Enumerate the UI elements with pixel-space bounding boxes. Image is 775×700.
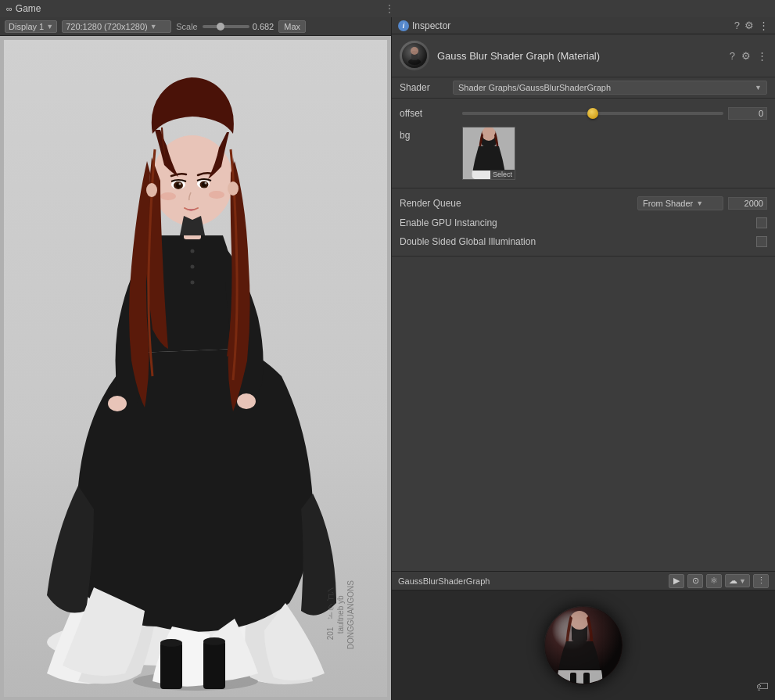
svg-point-22 [209, 191, 224, 199]
gpu-instancing-checkbox[interactable] [756, 217, 767, 228]
svg-point-6 [108, 396, 127, 411]
watermark: 201 ドラゴン taultneb yb DONGGUANGONS [325, 580, 356, 649]
scale-slider-thumb[interactable] [217, 23, 224, 31]
render-queue-dropdown[interactable]: From Shader ▼ [637, 196, 723, 210]
character-scene: 201 ドラゴン taultneb yb DONGGUANGONS [4, 40, 387, 697]
inspector-info-icon: i [398, 20, 409, 31]
offset-slider-fill [462, 112, 587, 115]
render-queue-label: Render Queue [400, 198, 637, 209]
shader-dropdown[interactable]: Shader Graphs/GaussBlurShaderGraph ▼ [453, 81, 767, 95]
render-settings: Render Queue From Shader ▼ 2000 Enable G… [392, 188, 775, 257]
render-queue-mode: From Shader [643, 199, 693, 208]
panel-dots-icon[interactable]: ⋮ [384, 2, 395, 15]
game-icon: ∞ [6, 4, 13, 13]
material-help-button[interactable]: ? [730, 50, 735, 62]
display-chevron-icon: ▼ [46, 23, 53, 31]
inspector-spacer [392, 257, 775, 571]
preview-sphere-svg [544, 606, 623, 684]
shader-graph-dropdown-chevron-icon: ▼ [739, 577, 746, 585]
display-label: Display 1 [9, 22, 44, 31]
resolution-dropdown[interactable]: 720:1280 (720x1280) ▼ [62, 20, 171, 33]
preview-sphere-inner [544, 606, 623, 684]
game-viewport: 201 ドラゴン taultneb yb DONGGUANGONS [0, 36, 391, 700]
texture-preview[interactable]: Select [462, 127, 515, 180]
offset-slider[interactable] [462, 112, 723, 115]
inspector-panel: i Inspector ? ⚙ ⋮ [391, 17, 775, 700]
shader-graph-play-button[interactable]: ▶ [669, 574, 684, 588]
shader-graph-controls: ▶ ⊙ ⚛ ☁ ▼ ⋮ [669, 574, 769, 588]
svg-point-36 [570, 611, 589, 630]
main-layout: Display 1 ▼ 720:1280 (720x1280) ▼ Scale … [0, 17, 775, 700]
offset-row: offset 0 [392, 103, 775, 124]
watermark-line2: taultneb yb [335, 580, 346, 649]
material-gear-button[interactable]: ⚙ [741, 50, 751, 62]
game-toolbar: Display 1 ▼ 720:1280 (720x1280) ▼ Scale … [0, 17, 391, 36]
shader-row: Shader Shader Graphs/GaussBlurShaderGrap… [392, 77, 775, 99]
inspector-controls: ? ⚙ ⋮ [734, 20, 769, 31]
scale-label: Scale [176, 22, 198, 31]
game-panel: Display 1 ▼ 720:1280 (720x1280) ▼ Scale … [0, 17, 391, 700]
double-sided-row: Double Sided Global Illumination [392, 232, 775, 251]
resolution-label: 720:1280 (720x1280) [66, 22, 148, 31]
material-header-icons: ? ⚙ ⋮ [730, 50, 767, 62]
resolution-chevron-icon: ▼ [150, 23, 157, 31]
scale-slider-track[interactable] [203, 25, 249, 28]
material-icon [400, 41, 429, 70]
svg-point-29 [411, 47, 418, 55]
svg-point-19 [191, 264, 195, 268]
svg-rect-38 [583, 673, 590, 684]
offset-slider-knob[interactable] [587, 108, 598, 119]
svg-point-17 [205, 181, 207, 184]
bg-row: bg Select [392, 124, 775, 183]
max-button[interactable]: Max [278, 20, 306, 33]
offset-slider-area: 0 [462, 107, 767, 120]
svg-point-20 [191, 280, 195, 284]
texture-select-label: Select [490, 170, 515, 179]
preview-sphere [544, 606, 623, 684]
bg-label: bg [400, 127, 462, 141]
material-header: Gauss Blur Shader Graph (Material) ? ⚙ ⋮ [392, 34, 775, 77]
inspector-settings-button[interactable]: ⚙ [745, 20, 754, 31]
svg-rect-3 [203, 641, 225, 689]
shader-chevron-icon: ▼ [755, 84, 762, 92]
shader-graph-circle-button[interactable]: ⊙ [687, 574, 703, 588]
render-queue-value-input[interactable]: 2000 [728, 197, 767, 210]
watermark-line3: DONGGUANGONS [346, 580, 356, 649]
shader-graph-mode-dropdown[interactable]: ☁ ▼ [725, 574, 750, 587]
display-dropdown[interactable]: Display 1 ▼ [5, 20, 57, 33]
scale-slider[interactable]: 0.682 [203, 22, 274, 31]
gpu-instancing-row: Enable GPU Instancing [392, 214, 775, 232]
shader-graph-menu-button[interactable]: ⋮ [753, 574, 769, 588]
inspector-help-button[interactable]: ? [734, 20, 740, 31]
shader-path-value: Shader Graphs/GaussBlurShaderGraph [458, 83, 611, 92]
inspector-title-label: Inspector [412, 20, 450, 31]
game-tab[interactable]: ∞ Game [0, 0, 48, 17]
svg-rect-37 [570, 673, 576, 684]
material-name: Gauss Blur Shader Graph (Material) [437, 50, 722, 62]
svg-point-23 [146, 183, 157, 197]
double-sided-checkbox[interactable] [756, 236, 767, 247]
inspector-title-area: i Inspector [398, 20, 450, 31]
gpu-instancing-label: Enable GPU Instancing [400, 217, 756, 228]
render-queue-row: Render Queue From Shader ▼ 2000 [392, 193, 775, 214]
svg-point-5 [203, 637, 225, 645]
scale-value: 0.682 [253, 22, 274, 31]
svg-point-21 [160, 192, 176, 200]
shader-graph-name: GaussBlurShaderGraph [398, 576, 664, 586]
properties-area: offset 0 bg [392, 99, 775, 188]
watermark-line1: 201 ドラゴン [325, 580, 335, 649]
inspector-header: i Inspector ? ⚙ ⋮ [392, 17, 775, 34]
top-bar: ∞ Game ⋮ [0, 0, 775, 17]
svg-point-4 [160, 639, 182, 647]
shader-graph-atom-button[interactable]: ⚛ [706, 574, 722, 588]
offset-value-input[interactable]: 0 [728, 107, 767, 120]
svg-point-7 [237, 393, 256, 409]
bottom-stamp-icon[interactable]: 🏷 [756, 680, 769, 694]
game-tab-label: Game [16, 3, 41, 14]
shader-graph-mode-icon: ☁ [729, 576, 737, 586]
svg-point-24 [228, 181, 239, 196]
material-menu-button[interactable]: ⋮ [757, 50, 767, 62]
inspector-menu-button[interactable]: ⋮ [759, 20, 769, 31]
bottom-bar: GaussBlurShaderGraph ▶ ⊙ ⚛ ☁ ▼ ⋮ [392, 571, 775, 700]
render-queue-chevron-icon: ▼ [696, 199, 703, 207]
